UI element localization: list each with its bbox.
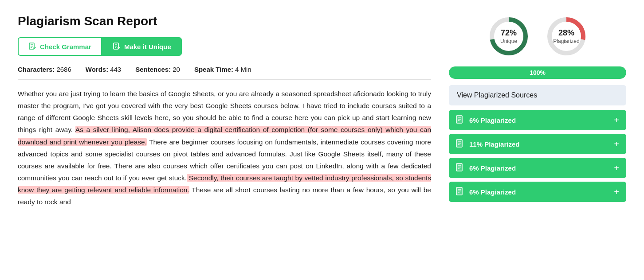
- plagiarized-donut: 28% Plagiarized: [544, 14, 589, 58]
- sentences-stat: Sentences:20: [135, 66, 180, 73]
- make-unique-label: Make it Unique: [124, 43, 171, 51]
- action-buttons: Check Grammar Make it Unique: [18, 37, 431, 56]
- check-grammar-button[interactable]: Check Grammar: [18, 37, 102, 56]
- words-value: 443: [110, 66, 121, 73]
- characters-label: Characters:: [18, 66, 55, 73]
- expand-source-button[interactable]: +: [614, 163, 619, 172]
- plagiarized-percent-label: 28% Plagiarized: [553, 28, 579, 44]
- progress-bar-label: 100%: [530, 69, 546, 76]
- page-title: Plagiarism Scan Report: [18, 14, 431, 28]
- charts-row: 72% Unique 28% Plagiarized: [449, 14, 626, 58]
- speak-time-stat: Speak Time:4 Min: [194, 66, 251, 73]
- progress-bar-fill: 100%: [449, 66, 626, 79]
- expand-source-button[interactable]: +: [614, 187, 619, 196]
- source-item-label: 6% Plagiarized: [469, 188, 516, 196]
- speak-time-label: Speak Time:: [194, 66, 233, 73]
- unique-sublabel: Unique: [500, 38, 517, 44]
- doc-icon: [456, 187, 465, 197]
- expand-source-button[interactable]: +: [614, 140, 619, 148]
- characters-stat: Characters:2686: [18, 66, 71, 73]
- check-grammar-label: Check Grammar: [40, 43, 91, 51]
- make-unique-button[interactable]: Make it Unique: [102, 37, 182, 56]
- list-item[interactable]: 6% Plagiarized +: [449, 182, 626, 202]
- source-item-label: 11% Plagiarized: [469, 140, 519, 148]
- list-item[interactable]: 6% Plagiarized +: [449, 110, 626, 130]
- grammar-icon: [28, 43, 36, 51]
- unique-chart: 72% Unique: [487, 14, 531, 58]
- sentences-value: 20: [173, 66, 180, 73]
- list-item[interactable]: 6% Plagiarized +: [449, 158, 626, 178]
- right-panel: 72% Unique 28% Plagiarized: [449, 14, 626, 206]
- stats-row: Characters:2686 Words:443 Sentences:20 S…: [18, 66, 431, 80]
- list-item[interactable]: 11% Plagiarized +: [449, 134, 626, 154]
- words-stat: Words:443: [86, 66, 121, 73]
- expand-source-button[interactable]: +: [614, 116, 619, 124]
- source-item-label: 6% Plagiarized: [469, 117, 516, 124]
- speak-time-value: 4 Min: [235, 66, 251, 73]
- view-sources-button[interactable]: View Plagiarized Sources: [449, 85, 626, 105]
- unique-percent: 72%: [500, 28, 517, 38]
- article-body: Whether you are just trying to learn the…: [18, 88, 431, 208]
- unique-percent-label: 72% Unique: [500, 28, 517, 44]
- characters-value: 2686: [56, 66, 71, 73]
- plagiarized-percent: 28%: [553, 28, 579, 38]
- plagiarized-sublabel: Plagiarized: [553, 38, 579, 44]
- doc-icon: [456, 163, 465, 173]
- sentences-label: Sentences:: [135, 66, 171, 73]
- doc-icon: [456, 115, 465, 125]
- plagiarized-chart: 28% Plagiarized: [544, 14, 589, 58]
- source-item-label: 6% Plagiarized: [469, 164, 516, 172]
- words-label: Words:: [86, 66, 108, 73]
- unique-donut: 72% Unique: [487, 14, 531, 58]
- view-sources-label: View Plagiarized Sources: [457, 91, 537, 99]
- unique-icon: [113, 43, 121, 51]
- plagiarism-sources-list: 6% Plagiarized + 11% Plagiarized +: [449, 110, 626, 202]
- progress-bar-wrap: 100%: [449, 66, 626, 79]
- doc-icon: [456, 139, 465, 149]
